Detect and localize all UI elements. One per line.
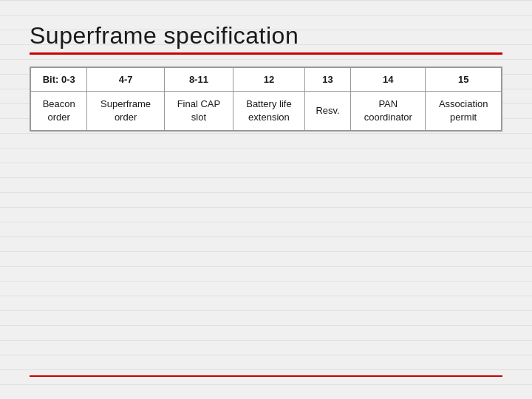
col-header-5: 14 (351, 68, 426, 92)
page-container: Superframe specification Bit: 0-3 4-7 8-… (0, 0, 532, 399)
col-header-6: 15 (426, 68, 502, 92)
table-header-row: Bit: 0-3 4-7 8-11 12 13 14 15 (31, 68, 502, 92)
title-section: Superframe specification (30, 22, 502, 55)
cell-pan-coordinator: PANcoordinator (351, 92, 426, 131)
cell-resv: Resv. (304, 92, 351, 131)
col-header-2: 8-11 (164, 68, 233, 92)
page-title: Superframe specification (30, 22, 502, 50)
title-underline (30, 52, 502, 55)
col-header-1: 4-7 (87, 68, 164, 92)
footer-line (30, 375, 502, 377)
cell-association-permit: Associationpermit (426, 92, 502, 131)
table-row: Beaconorder Superframeorder Final CAPslo… (31, 92, 502, 131)
cell-final-cap-slot: Final CAPslot (164, 92, 233, 131)
col-header-3: 12 (233, 68, 305, 92)
table-wrapper: Bit: 0-3 4-7 8-11 12 13 14 15 Beaconorde… (30, 66, 502, 132)
col-header-0: Bit: 0-3 (31, 68, 87, 92)
superframe-table: Bit: 0-3 4-7 8-11 12 13 14 15 Beaconorde… (30, 67, 502, 131)
cell-superframe-order: Superframeorder (87, 92, 164, 131)
cell-battery-life-extension: Battery lifeextension (233, 92, 305, 131)
col-header-4: 13 (304, 68, 351, 92)
cell-beacon-order: Beaconorder (31, 92, 87, 131)
